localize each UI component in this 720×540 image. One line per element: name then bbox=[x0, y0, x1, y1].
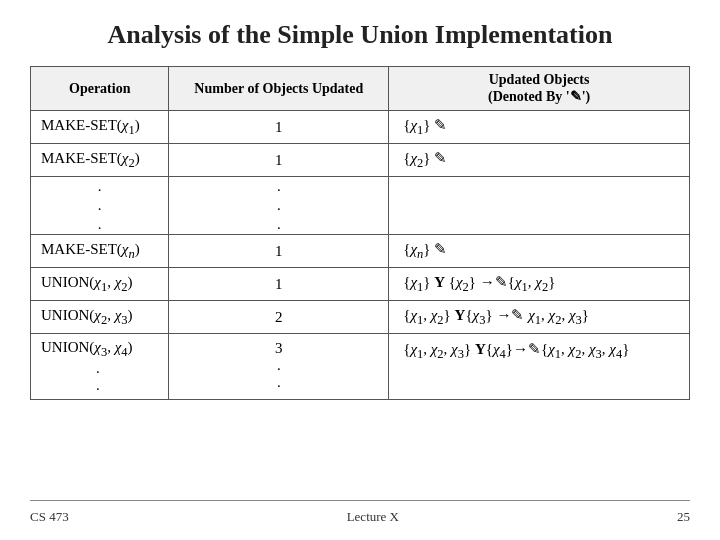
count-cell: 1 bbox=[169, 144, 389, 177]
dot-row: . . bbox=[31, 196, 690, 215]
slide: Analysis of the Simple Union Implementat… bbox=[0, 0, 720, 540]
footer-left: CS 473 bbox=[30, 509, 69, 525]
dot-cell: . bbox=[31, 196, 169, 215]
count-cell: 3.. bbox=[169, 334, 389, 400]
table-header-row: Operation Number of Objects Updated Upda… bbox=[31, 67, 690, 111]
dot-row: . . bbox=[31, 215, 690, 235]
op-cell: UNION(χ2, χ3) bbox=[31, 301, 169, 334]
footer: CS 473 Lecture X 25 bbox=[30, 500, 690, 525]
dot-cell: . bbox=[31, 177, 169, 197]
dot-cell bbox=[389, 196, 690, 215]
objects-cell: {χ1, χ2, χ3} Y{χ4}→✎{χ1, χ2, χ3, χ4} bbox=[389, 334, 690, 400]
objects-cell: {χn} ✎ bbox=[389, 235, 690, 268]
dot-cell: . bbox=[169, 215, 389, 235]
op-cell: MAKE-SET(χn) bbox=[31, 235, 169, 268]
table-row: UNION(χ1, χ2) 1 {χ1} Y {χ2} →✎{χ1, χ2} bbox=[31, 268, 690, 301]
op-cell: MAKE-SET(χ2) bbox=[31, 144, 169, 177]
objects-cell: {χ2} ✎ bbox=[389, 144, 690, 177]
op-cell: UNION(χ1, χ2) bbox=[31, 268, 169, 301]
dot-cell: . bbox=[31, 215, 169, 235]
footer-center: Lecture X bbox=[347, 509, 399, 525]
footer-right: 25 bbox=[677, 509, 690, 525]
table-row: MAKE-SET(χn) 1 {χn} ✎ bbox=[31, 235, 690, 268]
col-header-operation: Operation bbox=[31, 67, 169, 111]
table-wrapper: Operation Number of Objects Updated Upda… bbox=[30, 66, 690, 500]
objects-cell: {χ1} Y {χ2} →✎{χ1, χ2} bbox=[389, 268, 690, 301]
col-header-objects: Updated Objects(Denoted By '✎') bbox=[389, 67, 690, 111]
table-row: MAKE-SET(χ1) 1 {χ1} ✎ bbox=[31, 111, 690, 144]
table-row: UNION(χ2, χ3) 2 {χ1, χ2} Y{χ3} →✎ χ1, χ2… bbox=[31, 301, 690, 334]
dot-cell: . bbox=[169, 177, 389, 197]
op-cell: UNION(χ3, χ4) . . bbox=[31, 334, 169, 400]
col-header-count: Number of Objects Updated bbox=[169, 67, 389, 111]
count-cell: 1 bbox=[169, 111, 389, 144]
table-row: UNION(χ3, χ4) . . 3.. {χ1, χ2, χ3} Y{χ4}… bbox=[31, 334, 690, 400]
count-cell: 1 bbox=[169, 268, 389, 301]
dot-row: . . bbox=[31, 177, 690, 197]
objects-cell: {χ1, χ2} Y{χ3} →✎ χ1, χ2, χ3} bbox=[389, 301, 690, 334]
op-cell: MAKE-SET(χ1) bbox=[31, 111, 169, 144]
table-row: MAKE-SET(χ2) 1 {χ2} ✎ bbox=[31, 144, 690, 177]
objects-cell: {χ1} ✎ bbox=[389, 111, 690, 144]
slide-title: Analysis of the Simple Union Implementat… bbox=[30, 20, 690, 50]
count-cell: 1 bbox=[169, 235, 389, 268]
analysis-table: Operation Number of Objects Updated Upda… bbox=[30, 66, 690, 400]
dot-cell bbox=[389, 177, 690, 197]
dot-cell bbox=[389, 215, 690, 235]
dot-cell: . bbox=[169, 196, 389, 215]
count-cell: 2 bbox=[169, 301, 389, 334]
